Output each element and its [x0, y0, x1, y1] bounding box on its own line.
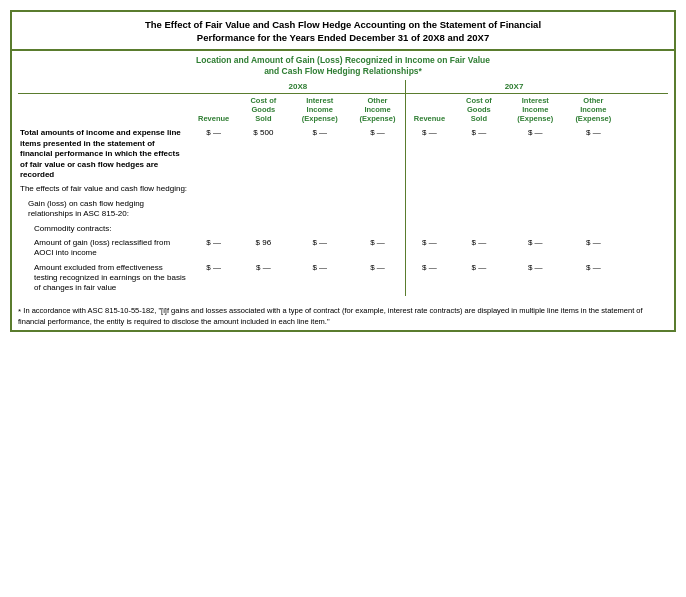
row-effects-label: The effects of fair value and cash flow …	[18, 182, 668, 196]
year-20x8-header: 20X8	[190, 80, 406, 94]
year-20x7-header: 20X7	[406, 80, 622, 94]
col-cogs-20x7: Cost ofGoodsSold	[452, 94, 505, 127]
row-total-oth20x8: $ —	[350, 126, 406, 182]
row-recl-int20x8: $ —	[290, 236, 350, 261]
col-interest-20x8: InterestIncome(Expense)	[290, 94, 350, 127]
row-excl-cogs20x7: $ —	[452, 261, 505, 296]
row-effects-text: The effects of fair value and cash flow …	[18, 182, 190, 196]
row-excl-r20x8: $ —	[190, 261, 236, 296]
year-header-row: 20X8 20X7	[18, 80, 668, 94]
row-excl-oth20x8: $ —	[350, 261, 406, 296]
row-commodity-label: Commodity contracts:	[18, 222, 668, 236]
row-excluded-label: Amount excluded from effectiveness testi…	[18, 261, 190, 296]
table-subtitle: Location and Amount of Gain (Loss) Recog…	[18, 51, 668, 81]
title-line2: Performance for the Years Ended December…	[197, 32, 489, 43]
footnote: * In accordance with ASC 815-10-55-182, …	[12, 302, 674, 330]
label-col-header	[18, 94, 190, 127]
subtitle-line2: and Cash Flow Hedging Relationships*	[264, 66, 422, 76]
row-excluded: Amount excluded from effectiveness testi…	[18, 261, 668, 296]
row-gain-loss-label: Gain (loss) on cash flow hedging relatio…	[18, 197, 668, 222]
row-total-label: Total amounts of income and expense line…	[18, 126, 190, 182]
row-recl-oth20x8: $ —	[350, 236, 406, 261]
row-total-r20x8: $ —	[190, 126, 236, 182]
row-recl-r20x7: $ —	[406, 236, 452, 261]
row-total-cogs20x8: $ 500	[237, 126, 290, 182]
row-total-oth20x7: $ —	[565, 126, 621, 182]
row-reclassified: Amount of gain (loss) reclassified from …	[18, 236, 668, 261]
row-excl-int20x8: $ —	[290, 261, 350, 296]
row-gain-loss-text: Gain (loss) on cash flow hedging relatio…	[18, 197, 190, 222]
row-excl-cogs20x8: $ —	[237, 261, 290, 296]
col-revenue-20x7: Revenue	[406, 94, 452, 127]
title-line1: The Effect of Fair Value and Cash Flow H…	[145, 19, 541, 30]
row-reclassified-label: Amount of gain (loss) reclassified from …	[18, 236, 190, 261]
row-commodity-text: Commodity contracts:	[18, 222, 190, 236]
col-revenue-20x8: Revenue	[190, 94, 236, 127]
main-table: 20X8 20X7 Revenue Cost ofGoodsSold Inter…	[18, 80, 668, 295]
subtitle-line1: Location and Amount of Gain (Loss) Recog…	[196, 55, 490, 65]
row-excl-int20x7: $ —	[505, 261, 565, 296]
row-excl-oth20x7: $ —	[565, 261, 621, 296]
table-section: Location and Amount of Gain (Loss) Recog…	[12, 51, 674, 302]
row-total-int20x8: $ —	[290, 126, 350, 182]
main-container: The Effect of Fair Value and Cash Flow H…	[10, 10, 676, 332]
row-total-int20x7: $ —	[505, 126, 565, 182]
col-header-row: Revenue Cost ofGoodsSold InterestIncome(…	[18, 94, 668, 127]
row-recl-oth20x7: $ —	[565, 236, 621, 261]
col-other-20x7: OtherIncome(Expense)	[565, 94, 621, 127]
row-total-amounts: Total amounts of income and expense line…	[18, 126, 668, 182]
row-recl-cogs20x8: $ 96	[237, 236, 290, 261]
row-recl-r20x8: $ —	[190, 236, 236, 261]
row-total-cogs20x7: $ —	[452, 126, 505, 182]
footnote-text: In accordance with ASC 815-10-55-182, "[…	[18, 306, 643, 326]
row-total-r20x7: $ —	[406, 126, 452, 182]
row-recl-cogs20x7: $ —	[452, 236, 505, 261]
col-other-20x8: OtherIncome(Expense)	[350, 94, 406, 127]
row-excl-r20x7: $ —	[406, 261, 452, 296]
row-recl-int20x7: $ —	[505, 236, 565, 261]
col-cogs-20x8: Cost ofGoodsSold	[237, 94, 290, 127]
table-title: The Effect of Fair Value and Cash Flow H…	[12, 12, 674, 51]
col-interest-20x7: InterestIncome(Expense)	[505, 94, 565, 127]
